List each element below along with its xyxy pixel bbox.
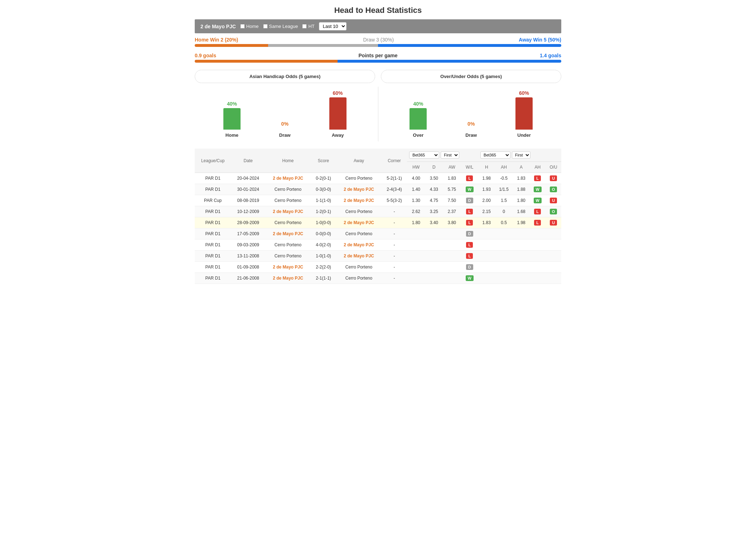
home-bar [195, 44, 268, 47]
td-aw [443, 239, 461, 251]
away-team: Cerro Porteno [345, 231, 372, 236]
td-score: 0-0(0-0) [311, 228, 336, 239]
td-ah2: L [529, 173, 546, 184]
home-team-link[interactable]: 2 de Mayo PJC [273, 231, 303, 236]
page-title: Head to Head Statistics [195, 6, 561, 15]
away-team-link[interactable]: 2 de Mayo PJC [344, 187, 374, 192]
chart-home-label: Home [226, 132, 238, 138]
left-chart: 40% Home 0% Draw 60% Away [195, 87, 375, 141]
home-team-link[interactable]: 2 de Mayo PJC [273, 265, 303, 270]
td-a: 1.98 [513, 217, 529, 228]
bet365-select-1[interactable]: Bet365William Hill [409, 151, 439, 159]
home-team-link[interactable]: 2 de Mayo PJC [273, 209, 303, 214]
last-n-select[interactable]: Last 10 Last 5 All [319, 22, 346, 30]
td-aw: 1.83 [443, 173, 461, 184]
td-ah: -0.5 [495, 173, 513, 184]
td-hw [407, 251, 425, 262]
badge-l: L [466, 175, 473, 181]
ht-checkbox-label[interactable]: HT [302, 24, 314, 29]
td-date: 30-01-2024 [231, 184, 265, 195]
td-h [478, 251, 495, 262]
ppg-home-bar [195, 60, 338, 63]
td-ah2 [529, 273, 546, 284]
ppg-away-goals: 1.4 goals [540, 53, 561, 58]
td-ah2 [529, 228, 546, 239]
home-team-link[interactable]: 2 de Mayo PJC [273, 276, 303, 281]
td-home: Cerro Porteno [265, 195, 311, 206]
same-league-checkbox-label[interactable]: Same League [263, 24, 298, 29]
td-away: Cerro Porteno [336, 173, 382, 184]
th-league: League/Cup [195, 149, 231, 173]
td-away: Cerro Porteno [336, 262, 382, 273]
badge-l: L [534, 220, 541, 226]
badge-u: U [550, 175, 557, 181]
badge-l: L [466, 242, 473, 248]
td-league: PAR D1 [195, 239, 231, 251]
td-date: 28-09-2009 [231, 217, 265, 228]
td-aw [443, 251, 461, 262]
td-date: 17-05-2009 [231, 228, 265, 239]
td-d [425, 239, 443, 251]
away-bar [378, 44, 561, 47]
td-league: PAR D1 [195, 173, 231, 184]
right-chart: 40% Over 0% Draw 60% Under [381, 87, 562, 141]
chart-ou-draw-label: Draw [465, 132, 477, 138]
td-home: Cerro Porteno [265, 239, 311, 251]
td-aw: 3.80 [443, 217, 461, 228]
td-hw [407, 239, 425, 251]
away-team-link[interactable]: 2 de Mayo PJC [344, 242, 374, 247]
badge-w: W [534, 198, 542, 203]
td-wl: W [461, 273, 478, 284]
th-bet365-group-1: Bet365William Hill FirstLast [407, 149, 478, 162]
td-d [425, 251, 443, 262]
table-section: League/Cup Date Home Score Away Corner B… [195, 149, 561, 284]
td-h [478, 262, 495, 273]
td-d [425, 228, 443, 239]
td-d: 3.50 [425, 173, 443, 184]
away-team-link[interactable]: 2 de Mayo PJC [344, 220, 374, 225]
td-corner: - [382, 206, 407, 217]
td-score: 1-2(0-1) [311, 206, 336, 217]
same-league-checkbox[interactable] [263, 24, 268, 29]
home-team-link[interactable]: 2 de Mayo PJC [273, 176, 303, 181]
th-a: A [513, 162, 529, 173]
chart-draw-right: 0% Draw [462, 121, 480, 138]
first-select-1[interactable]: FirstLast [441, 151, 459, 159]
td-a [513, 251, 529, 262]
draw-bar [268, 44, 378, 47]
th-away: Away [336, 149, 382, 173]
chart-over-pct: 40% [413, 101, 423, 107]
home-checkbox-label[interactable]: Home [240, 24, 259, 29]
th-aw: AW [443, 162, 461, 173]
td-score: 2-2(2-0) [311, 262, 336, 273]
td-score: 1-1(1-0) [311, 195, 336, 206]
first-select-2[interactable]: FirstLast [512, 151, 530, 159]
td-ah [495, 251, 513, 262]
home-checkbox[interactable] [240, 24, 245, 29]
td-home: 2 de Mayo PJC [265, 262, 311, 273]
bet365-select-2[interactable]: Bet365William Hill [480, 151, 510, 159]
td-ah2 [529, 262, 546, 273]
td-h: 2.15 [478, 206, 495, 217]
away-team-link[interactable]: 2 de Mayo PJC [344, 253, 374, 258]
td-away: Cerro Porteno [336, 228, 382, 239]
away-team-link[interactable]: 2 de Mayo PJC [344, 198, 374, 203]
chart-draw-bar [276, 128, 294, 130]
td-ah: 0.5 [495, 217, 513, 228]
td-ah2: L [529, 217, 546, 228]
td-wl: L [461, 173, 478, 184]
th-wl: W/L [461, 162, 478, 173]
chart-under-bar [515, 97, 533, 130]
td-league: PAR D1 [195, 206, 231, 217]
td-h: 1.93 [478, 184, 495, 195]
home-team: Cerro Porteno [275, 253, 301, 258]
chart-divider [378, 87, 378, 141]
result-bar-section: Home Win 2 (20%) Draw 3 (30%) Away Win 5… [195, 37, 561, 47]
td-hw [407, 273, 425, 284]
td-aw [443, 228, 461, 239]
td-d: 3.40 [425, 217, 443, 228]
td-wl: L [461, 251, 478, 262]
td-away: 2 de Mayo PJC [336, 251, 382, 262]
ht-checkbox[interactable] [302, 24, 307, 29]
td-corner: 5-5(3-2) [382, 195, 407, 206]
